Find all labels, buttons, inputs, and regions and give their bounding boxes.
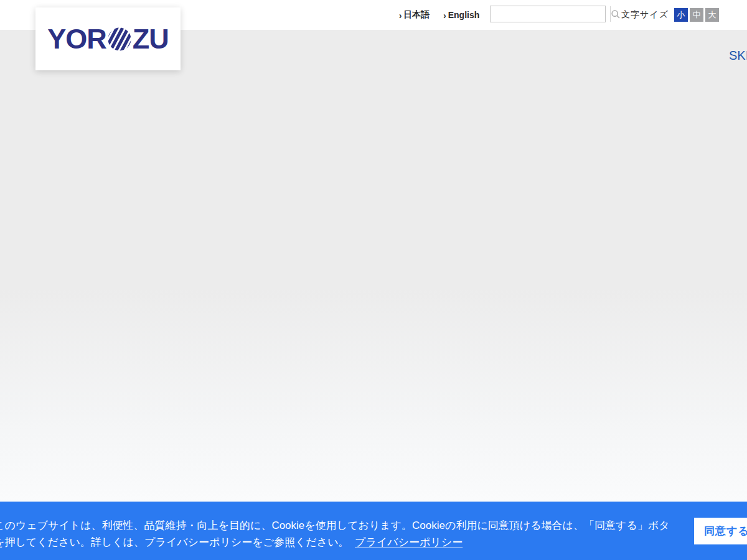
yorozu-logo: YOR ZU bbox=[47, 25, 169, 53]
cookie-message-line1: このウェブサイトは、利便性、品質維持・向上を目的に、Cookieを使用しておりま… bbox=[0, 517, 697, 534]
font-size-medium-button[interactable]: 中 bbox=[690, 8, 703, 22]
logo-text-right: ZU bbox=[133, 25, 169, 53]
cookie-banner: このウェブサイトは、利便性、品質維持・向上を目的に、Cookieを使用しておりま… bbox=[0, 502, 747, 560]
font-size-control: 文字サイズ 小 中 大 bbox=[621, 0, 719, 30]
search-button[interactable] bbox=[610, 6, 621, 22]
search-icon bbox=[611, 9, 621, 19]
font-size-large-button[interactable]: 大 bbox=[705, 8, 719, 22]
lang-link-english[interactable]: › English bbox=[443, 10, 479, 20]
cookie-message: このウェブサイトは、利便性、品質維持・向上を目的に、Cookieを使用しておりま… bbox=[0, 517, 697, 551]
lang-link-japanese[interactable]: › 日本語 bbox=[399, 9, 430, 21]
site-search bbox=[490, 6, 606, 22]
cookie-message-line2-text: を押してください。詳しくは、プライバシーポリシーをご参照ください。 bbox=[0, 536, 349, 548]
page-background bbox=[0, 30, 747, 502]
chevron-right-icon: › bbox=[443, 9, 446, 20]
cookie-message-line2: を押してください。詳しくは、プライバシーポリシーをご参照ください。 プライバシー… bbox=[0, 534, 697, 551]
lang-link-label: English bbox=[448, 10, 480, 20]
skip-link[interactable]: SKI bbox=[729, 49, 747, 63]
striped-circle-logo-icon bbox=[108, 27, 131, 51]
font-size-small-button[interactable]: 小 bbox=[674, 8, 688, 22]
font-size-label: 文字サイズ bbox=[621, 9, 669, 21]
logo-card[interactable]: YOR ZU bbox=[35, 7, 181, 70]
logo-text-left: YOR bbox=[47, 25, 106, 53]
lang-link-label: 日本語 bbox=[403, 9, 430, 21]
agree-button[interactable]: 同意する bbox=[694, 518, 747, 544]
search-input[interactable] bbox=[491, 6, 610, 22]
privacy-policy-link[interactable]: プライバシーポリシー bbox=[355, 536, 463, 548]
language-switcher: › 日本語 › English bbox=[399, 0, 479, 30]
chevron-right-icon: › bbox=[399, 9, 402, 20]
